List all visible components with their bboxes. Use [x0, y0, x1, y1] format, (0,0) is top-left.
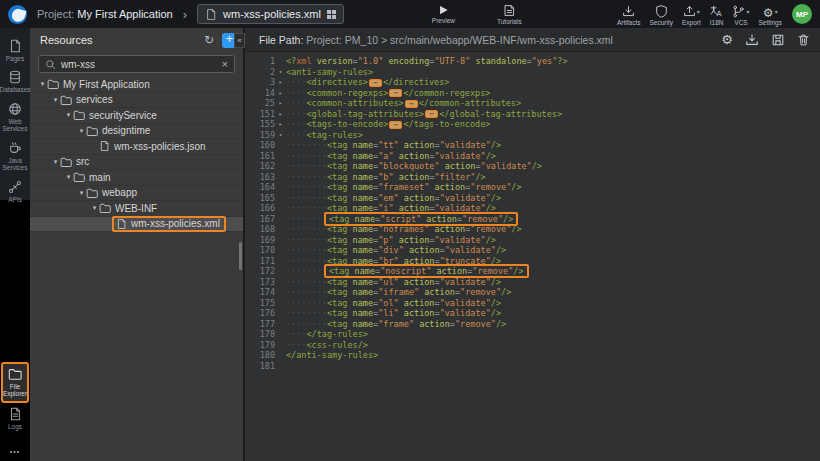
tree-folder-row[interactable]: ▾webapp	[30, 186, 243, 202]
collapse-panel-button[interactable]: «	[234, 33, 245, 48]
code-line[interactable]: 1<?xml version="1.0" encoding="UTF-8" st…	[245, 56, 820, 67]
code-line[interactable]: 3▸····<directives>⋯</directives>	[245, 77, 820, 88]
annotation-highlight: wm-xss-policies.xml	[112, 216, 226, 232]
tree-folder-row[interactable]: ▾securityService	[30, 108, 243, 124]
i18n-button[interactable]: AI18N	[710, 5, 724, 26]
sidebar-item-web-services[interactable]: WebServices	[0, 98, 30, 137]
code-line[interactable]: 2▾<anti-samy-rules>	[245, 67, 820, 78]
preview-button[interactable]: Preview	[432, 4, 455, 24]
code-line[interactable]: 14▸····<common-regexps>⋯</common-regexps…	[245, 88, 820, 99]
sidebar-item-databases[interactable]: Databases	[0, 66, 30, 97]
fold-toggle-icon[interactable]: ▾	[275, 130, 286, 141]
database-icon	[8, 70, 22, 84]
tree-folder-row[interactable]: ▾My First Application	[30, 77, 243, 93]
folded-code-icon[interactable]: ⋯	[425, 110, 438, 118]
fold-toggle-icon[interactable]: ▸	[275, 77, 286, 88]
refresh-icon[interactable]: ↻	[204, 33, 214, 47]
app-logo-icon[interactable]	[8, 5, 27, 24]
code-line[interactable]: 178····</tag-rules>	[245, 329, 820, 340]
file-tab[interactable]: wm-xss-policies.xml	[197, 4, 344, 24]
code-line[interactable]: 161········<tag name="a" action="validat…	[245, 151, 820, 162]
code-line[interactable]: 172········<tag name="noscript" action="…	[245, 266, 820, 277]
tree-folder-row[interactable]: ▾designtime	[30, 124, 243, 140]
clear-search-icon[interactable]: ×	[222, 58, 228, 70]
line-number: 155	[245, 119, 275, 130]
line-number: 25	[245, 98, 275, 109]
folded-code-icon[interactable]: ⋯	[389, 89, 402, 97]
folded-code-icon[interactable]: ⋯	[389, 121, 402, 129]
code-line[interactable]: 163········<tag name="b" action="filter"…	[245, 172, 820, 183]
editor-settings-gear-icon[interactable]: ⚙	[721, 33, 733, 47]
code-line[interactable]: 175········<tag name="ol" action="valida…	[245, 298, 820, 309]
code-line[interactable]: 174········<tag name="iframe" action="re…	[245, 287, 820, 298]
sidebar-item-java-services[interactable]: JavaServices	[0, 137, 30, 176]
sidebar-item-apis[interactable]: APIs	[0, 176, 30, 207]
folded-code-icon[interactable]: ⋯	[369, 79, 382, 87]
code-line[interactable]: 155▸····<tags-to-encode>⋯</tags-to-encod…	[245, 119, 820, 130]
code-line[interactable]: 151▸····<global-tag-attributes>⋯</global…	[245, 109, 820, 120]
tree-folder-row[interactable]: ▾services	[30, 93, 243, 109]
settings-button[interactable]: ⚙▾Settings	[759, 5, 783, 26]
code-line[interactable]: 25▸····<common-attributes>⋯</common-attr…	[245, 98, 820, 109]
folded-code-icon[interactable]: ⋯	[405, 100, 418, 108]
tree-folder-row[interactable]: ▾src	[30, 155, 243, 171]
artifacts-button[interactable]: Artifacts	[617, 5, 640, 26]
code-line[interactable]: 179····<css-rules/>	[245, 340, 820, 351]
tree-folder-row[interactable]: ▾WEB-INF	[30, 201, 243, 217]
code-line[interactable]: 180</anti-samy-rules>	[245, 350, 820, 361]
tree-folder-row[interactable]: ▾main	[30, 170, 243, 186]
code-line[interactable]: 167········<tag name="script" action="re…	[245, 214, 820, 225]
code-line[interactable]: 162········<tag name="blockquote" action…	[245, 161, 820, 172]
security-button[interactable]: Security	[649, 5, 672, 26]
panel-scrollbar[interactable]	[239, 242, 242, 270]
fold-toggle-icon[interactable]: ▾	[275, 67, 286, 78]
code-editor-area: File Path: Project: PM_10 > src/main/web…	[245, 28, 820, 461]
user-avatar[interactable]: MP	[792, 4, 812, 24]
project-name[interactable]: My First Application	[77, 8, 172, 20]
code-line[interactable]: 168········<tag name="noframes" action="…	[245, 224, 820, 235]
code-line[interactable]: 173········<tag name="ul" action="valida…	[245, 277, 820, 288]
expand-arrow-icon[interactable]: ▾	[51, 158, 60, 166]
fold-toggle-icon[interactable]: ▸	[275, 109, 286, 120]
code-line[interactable]: 160········<tag name="tt" action="valida…	[245, 140, 820, 151]
code-line[interactable]: 181	[245, 361, 820, 372]
code-line[interactable]: 159▾····<tag-rules>	[245, 130, 820, 141]
editor-save-icon[interactable]	[771, 33, 785, 47]
expand-arrow-icon[interactable]: ▾	[64, 173, 73, 181]
expand-arrow-icon[interactable]: ▾	[90, 204, 99, 212]
expand-arrow-icon[interactable]: ▾	[64, 111, 73, 119]
sidebar-item-logs[interactable]: Logs	[0, 403, 30, 434]
expand-arrow-icon[interactable]: ▾	[77, 127, 86, 135]
tree-file-row[interactable]: wm-xss-policies.xml	[30, 217, 243, 233]
artifacts-download-icon	[622, 5, 635, 18]
expand-arrow-icon[interactable]: ▾	[77, 189, 86, 197]
grid-icon[interactable]	[327, 10, 336, 19]
fold-toggle-icon[interactable]: ▸	[275, 88, 286, 99]
expand-arrow-icon[interactable]: ▾	[51, 96, 60, 104]
tree-file-row[interactable]: wm-xss-policies.json	[30, 139, 243, 155]
code-content[interactable]: 1<?xml version="1.0" encoding="UTF-8" st…	[245, 52, 820, 371]
tutorials-button[interactable]: Tutorials	[497, 4, 522, 25]
code-line[interactable]: 176········<tag name="li" action="valida…	[245, 308, 820, 319]
project-label: Project:	[37, 8, 74, 20]
sidebar-item-file-explorer[interactable]: FileExplorer	[1, 362, 29, 403]
code-line[interactable]: 170········<tag name="div" action="valid…	[245, 245, 820, 256]
editor-delete-icon[interactable]	[797, 33, 810, 47]
code-line[interactable]: 169········<tag name="p" action="validat…	[245, 235, 820, 246]
code-line[interactable]: 164········<tag name="frameset" action="…	[245, 182, 820, 193]
code-line[interactable]: 165········<tag name="em" action="valida…	[245, 193, 820, 204]
top-bar: Project: My First Application › wm-xss-p…	[0, 0, 820, 28]
sidebar-item-pages[interactable]: Pages	[0, 35, 30, 66]
fold-toggle-icon[interactable]: ▸	[275, 98, 286, 109]
editor-download-icon[interactable]	[745, 33, 759, 47]
search-input[interactable]	[61, 59, 217, 70]
expand-arrow-icon[interactable]: ▾	[38, 80, 47, 88]
export-button[interactable]: ▾Export	[682, 5, 701, 26]
more-options-button[interactable]: •••	[0, 448, 30, 455]
topbar-actions: ArtifactsSecurity▾ExportAI18N▾VCS⚙▾Setti…	[617, 2, 782, 26]
project-breadcrumb: Project: My First Application	[37, 8, 173, 20]
code-line[interactable]: 177········<tag name="frame" action="rem…	[245, 319, 820, 330]
security-shield-icon	[655, 5, 668, 18]
vcs-button[interactable]: ▾VCS	[732, 5, 749, 26]
fold-toggle-icon[interactable]: ▸	[275, 119, 286, 130]
